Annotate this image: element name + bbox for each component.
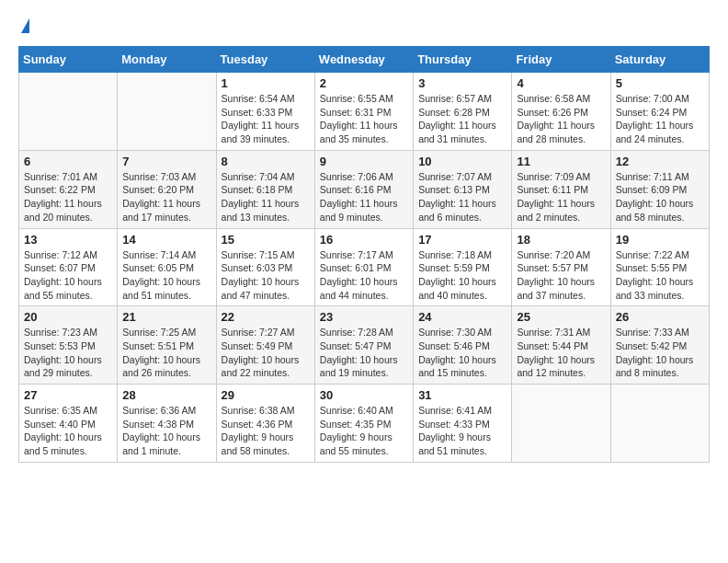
day-info: Sunrise: 6:38 AMSunset: 4:36 PMDaylight:… bbox=[222, 404, 310, 458]
day-number: 6 bbox=[24, 155, 112, 168]
day-number: 17 bbox=[418, 233, 506, 247]
calendar-week-row: 1Sunrise: 6:54 AMSunset: 6:33 PMDaylight… bbox=[19, 73, 710, 151]
day-number: 20 bbox=[24, 310, 112, 324]
day-number: 23 bbox=[320, 310, 408, 324]
day-info: Sunrise: 7:20 AMSunset: 5:57 PMDaylight:… bbox=[517, 248, 605, 303]
day-number: 31 bbox=[418, 388, 506, 402]
day-info: Sunrise: 6:55 AMSunset: 6:31 PMDaylight:… bbox=[320, 92, 408, 146]
day-info: Sunrise: 7:27 AMSunset: 5:49 PMDaylight:… bbox=[222, 326, 310, 380]
day-info: Sunrise: 6:40 AMSunset: 4:35 PMDaylight:… bbox=[320, 404, 408, 458]
day-number: 21 bbox=[122, 310, 210, 324]
day-info: Sunrise: 7:11 AMSunset: 6:09 PMDaylight:… bbox=[616, 170, 704, 224]
calendar-header-row: SundayMondayTuesdayWednesdayThursdayFrid… bbox=[19, 47, 710, 73]
calendar-table: SundayMondayTuesdayWednesdayThursdayFrid… bbox=[18, 46, 710, 463]
calendar-week-row: 13Sunrise: 7:12 AMSunset: 6:07 PMDayligh… bbox=[19, 228, 710, 306]
day-number: 22 bbox=[222, 310, 310, 324]
day-info: Sunrise: 7:25 AMSunset: 5:51 PMDaylight:… bbox=[122, 326, 210, 380]
day-info: Sunrise: 6:58 AMSunset: 6:26 PMDaylight:… bbox=[517, 92, 605, 146]
calendar-cell: 9Sunrise: 7:06 AMSunset: 6:16 PMDaylight… bbox=[314, 150, 413, 228]
day-info: Sunrise: 7:09 AMSunset: 6:11 PMDaylight:… bbox=[517, 170, 605, 224]
header-sunday: Sunday bbox=[19, 47, 118, 73]
day-info: Sunrise: 7:00 AMSunset: 6:24 PMDaylight:… bbox=[616, 92, 704, 146]
calendar-cell: 22Sunrise: 7:27 AMSunset: 5:49 PMDayligh… bbox=[216, 306, 314, 385]
day-info: Sunrise: 7:31 AMSunset: 5:44 PMDaylight:… bbox=[517, 326, 605, 380]
calendar-cell: 6Sunrise: 7:01 AMSunset: 6:22 PMDaylight… bbox=[19, 150, 118, 228]
day-info: Sunrise: 7:14 AMSunset: 6:05 PMDaylight:… bbox=[122, 248, 210, 303]
day-info: Sunrise: 7:06 AMSunset: 6:16 PMDaylight:… bbox=[320, 170, 408, 224]
header-monday: Monday bbox=[118, 47, 216, 73]
calendar-cell: 16Sunrise: 7:17 AMSunset: 6:01 PMDayligh… bbox=[314, 228, 413, 306]
day-number: 2 bbox=[320, 76, 408, 90]
calendar-cell: 10Sunrise: 7:07 AMSunset: 6:13 PMDayligh… bbox=[414, 150, 512, 228]
calendar-cell: 29Sunrise: 6:38 AMSunset: 4:36 PMDayligh… bbox=[216, 385, 314, 463]
day-number: 4 bbox=[517, 76, 605, 90]
day-number: 19 bbox=[616, 233, 704, 247]
day-info: Sunrise: 7:12 AMSunset: 6:07 PMDaylight:… bbox=[24, 248, 112, 303]
calendar-cell: 26Sunrise: 7:33 AMSunset: 5:42 PMDayligh… bbox=[610, 306, 709, 385]
day-number: 11 bbox=[517, 155, 605, 168]
calendar-cell: 14Sunrise: 7:14 AMSunset: 6:05 PMDayligh… bbox=[118, 228, 216, 306]
calendar-cell: 15Sunrise: 7:15 AMSunset: 6:03 PMDayligh… bbox=[216, 228, 314, 306]
day-info: Sunrise: 7:01 AMSunset: 6:22 PMDaylight:… bbox=[24, 170, 112, 224]
header-friday: Friday bbox=[512, 47, 610, 73]
calendar-week-row: 27Sunrise: 6:35 AMSunset: 4:40 PMDayligh… bbox=[19, 385, 710, 463]
calendar-cell: 2Sunrise: 6:55 AMSunset: 6:31 PMDaylight… bbox=[314, 73, 413, 151]
day-info: Sunrise: 7:30 AMSunset: 5:46 PMDaylight:… bbox=[418, 326, 506, 380]
calendar-cell: 17Sunrise: 7:18 AMSunset: 5:59 PMDayligh… bbox=[414, 228, 512, 306]
day-info: Sunrise: 7:18 AMSunset: 5:59 PMDaylight:… bbox=[418, 248, 506, 303]
calendar-cell: 24Sunrise: 7:30 AMSunset: 5:46 PMDayligh… bbox=[414, 306, 512, 385]
day-number: 5 bbox=[616, 76, 704, 90]
calendar-cell: 30Sunrise: 6:40 AMSunset: 4:35 PMDayligh… bbox=[314, 385, 413, 463]
day-info: Sunrise: 7:07 AMSunset: 6:13 PMDaylight:… bbox=[418, 170, 506, 224]
calendar-cell: 27Sunrise: 6:35 AMSunset: 4:40 PMDayligh… bbox=[19, 385, 118, 463]
day-number: 29 bbox=[222, 388, 310, 402]
calendar-cell: 20Sunrise: 7:23 AMSunset: 5:53 PMDayligh… bbox=[19, 306, 118, 385]
calendar-cell: 4Sunrise: 6:58 AMSunset: 6:26 PMDaylight… bbox=[512, 73, 610, 151]
logo bbox=[18, 18, 29, 31]
calendar-cell: 8Sunrise: 7:04 AMSunset: 6:18 PMDaylight… bbox=[216, 150, 314, 228]
calendar-cell: 3Sunrise: 6:57 AMSunset: 6:28 PMDaylight… bbox=[414, 73, 512, 151]
day-number: 8 bbox=[222, 155, 310, 168]
day-info: Sunrise: 6:41 AMSunset: 4:33 PMDaylight:… bbox=[418, 404, 506, 458]
calendar-cell: 7Sunrise: 7:03 AMSunset: 6:20 PMDaylight… bbox=[118, 150, 216, 228]
day-info: Sunrise: 6:54 AMSunset: 6:33 PMDaylight:… bbox=[222, 92, 310, 146]
day-number: 9 bbox=[320, 155, 408, 168]
day-number: 13 bbox=[24, 233, 112, 247]
calendar-cell: 13Sunrise: 7:12 AMSunset: 6:07 PMDayligh… bbox=[19, 228, 118, 306]
calendar-cell bbox=[19, 73, 118, 151]
header-wednesday: Wednesday bbox=[314, 47, 413, 73]
day-number: 1 bbox=[222, 76, 310, 90]
calendar-cell: 31Sunrise: 6:41 AMSunset: 4:33 PMDayligh… bbox=[414, 385, 512, 463]
calendar-cell: 21Sunrise: 7:25 AMSunset: 5:51 PMDayligh… bbox=[118, 306, 216, 385]
day-number: 30 bbox=[320, 388, 408, 402]
day-info: Sunrise: 6:36 AMSunset: 4:38 PMDaylight:… bbox=[122, 404, 210, 458]
logo-triangle-icon bbox=[21, 18, 29, 33]
day-info: Sunrise: 7:04 AMSunset: 6:18 PMDaylight:… bbox=[222, 170, 310, 224]
day-info: Sunrise: 7:33 AMSunset: 5:42 PMDaylight:… bbox=[616, 326, 704, 380]
day-info: Sunrise: 7:22 AMSunset: 5:55 PMDaylight:… bbox=[616, 248, 704, 303]
calendar-cell: 19Sunrise: 7:22 AMSunset: 5:55 PMDayligh… bbox=[610, 228, 709, 306]
day-number: 10 bbox=[418, 155, 506, 168]
day-info: Sunrise: 6:35 AMSunset: 4:40 PMDaylight:… bbox=[24, 404, 112, 458]
calendar-cell bbox=[610, 385, 709, 463]
header-thursday: Thursday bbox=[414, 47, 512, 73]
calendar-week-row: 20Sunrise: 7:23 AMSunset: 5:53 PMDayligh… bbox=[19, 306, 710, 385]
day-number: 24 bbox=[418, 310, 506, 324]
calendar-cell: 25Sunrise: 7:31 AMSunset: 5:44 PMDayligh… bbox=[512, 306, 610, 385]
calendar-cell: 1Sunrise: 6:54 AMSunset: 6:33 PMDaylight… bbox=[216, 73, 314, 151]
header-saturday: Saturday bbox=[610, 47, 709, 73]
day-number: 7 bbox=[122, 155, 210, 168]
day-number: 15 bbox=[222, 233, 310, 247]
calendar-cell: 12Sunrise: 7:11 AMSunset: 6:09 PMDayligh… bbox=[610, 150, 709, 228]
day-number: 27 bbox=[24, 388, 112, 402]
day-number: 25 bbox=[517, 310, 605, 324]
day-number: 14 bbox=[122, 233, 210, 247]
day-info: Sunrise: 7:03 AMSunset: 6:20 PMDaylight:… bbox=[122, 170, 210, 224]
day-info: Sunrise: 7:28 AMSunset: 5:47 PMDaylight:… bbox=[320, 326, 408, 380]
day-number: 12 bbox=[616, 155, 704, 168]
calendar-cell: 23Sunrise: 7:28 AMSunset: 5:47 PMDayligh… bbox=[314, 306, 413, 385]
calendar-cell: 5Sunrise: 7:00 AMSunset: 6:24 PMDaylight… bbox=[610, 73, 709, 151]
day-number: 28 bbox=[122, 388, 210, 402]
day-number: 18 bbox=[517, 233, 605, 247]
day-info: Sunrise: 6:57 AMSunset: 6:28 PMDaylight:… bbox=[418, 92, 506, 146]
